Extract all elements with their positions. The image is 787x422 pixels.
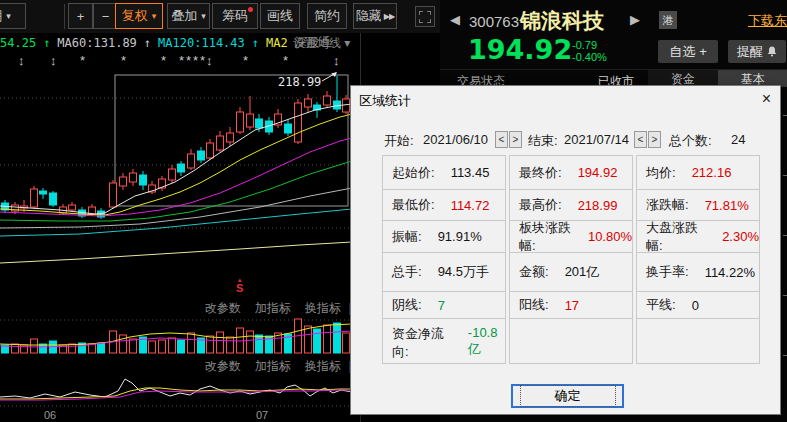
ma-label: MA60:131.89 [57, 36, 136, 50]
dialog-title: 区域统计 [359, 92, 411, 110]
draw-line-button[interactable]: 画线 [260, 3, 300, 29]
stat-label: 总手: [392, 263, 422, 281]
event-star-icon: * [186, 54, 191, 67]
stat-label: 阳线: [519, 296, 549, 314]
stat-label: 资金净流向: [392, 325, 452, 361]
end-date: 2021/07/14 [564, 132, 629, 147]
fuquan-button[interactable]: 复权▾ [115, 3, 163, 29]
add-watchlist-button[interactable]: 自选 + [658, 40, 718, 63]
chips-button[interactable]: 筹码 [212, 3, 258, 29]
event-star-icon: * [243, 54, 248, 67]
stat-cell: 最终价:194.92 [509, 155, 633, 190]
end-next-button[interactable]: > [648, 131, 661, 148]
next-stock-button[interactable]: ▶ [630, 12, 640, 27]
stat-label: 振幅: [392, 228, 422, 246]
pane-link[interactable]: 换指标 [305, 359, 341, 373]
ma-line [0, 209, 352, 236]
pane-link[interactable]: 改参数 [205, 359, 241, 373]
alert-button[interactable]: 提醒 [728, 40, 786, 63]
candle-body [256, 119, 263, 128]
ma-label: ↑ [252, 36, 259, 50]
volume-bar [98, 343, 105, 353]
ma-label: ↑ [43, 36, 50, 50]
stat-value: 114.22% [705, 265, 755, 280]
candle-body [295, 103, 302, 142]
start-next-button[interactable]: > [509, 131, 522, 148]
pane-link[interactable]: 换指标 [305, 301, 341, 315]
overlay-button[interactable]: 叠加▾ [167, 3, 210, 29]
ma-label: 54.25 [0, 36, 36, 50]
ok-button[interactable]: 确定 [511, 384, 624, 408]
caret-down-icon: ▾ [152, 11, 157, 21]
end-prev-button[interactable]: < [634, 131, 647, 148]
event-arrow-icon: ↕ [206, 54, 213, 67]
pane-link[interactable]: 加指标 [255, 301, 291, 315]
last-price: 194.92 [468, 34, 572, 65]
stat-label: 平线: [646, 296, 676, 314]
chart-toolbar: 期▾+−复权▾叠加▾筹码画线简约隐藏▶▶ [0, 0, 440, 33]
candle-body [188, 154, 195, 168]
fullscreen-icon [419, 11, 431, 23]
plus-icon: + [699, 44, 707, 59]
hide-button[interactable]: 隐藏▶▶ [353, 3, 397, 29]
volume-bar [31, 339, 38, 353]
stat-label: 换手率: [646, 263, 689, 281]
price-change: -0.79 -0.40% [572, 39, 607, 63]
download-link[interactable]: 下载东 [748, 12, 787, 30]
stat-label: 涨跌幅: [646, 196, 689, 214]
start-label: 开始: [384, 132, 414, 150]
volume-bar [69, 344, 76, 353]
stat-value: 212.16 [692, 165, 732, 180]
volume-bar [159, 340, 166, 353]
period-button[interactable]: 期▾ [0, 3, 26, 29]
stat-cell: 总手:94.5万手 [382, 252, 506, 292]
stat-cell: 阳线:17 [509, 291, 633, 319]
simple-button[interactable]: 简约 [307, 3, 347, 29]
event-star-icon: * [80, 54, 85, 67]
stat-label: 起始价: [392, 164, 435, 182]
volume-bar [334, 323, 341, 353]
price-axis-tick [783, 295, 787, 296]
candle-body [217, 136, 224, 150]
stat-label: 阴线: [392, 296, 422, 314]
stat-value: 7 [438, 298, 445, 313]
stat-cell: 涨跌幅:71.81% [636, 189, 760, 221]
stat-label: 最低价: [392, 196, 435, 214]
volume-bar [256, 335, 263, 353]
stock-name: 锦浪科技 [520, 7, 604, 35]
stat-cell: 起始价:113.45 [382, 155, 506, 190]
stat-cell: 均价:212.16 [636, 155, 760, 190]
volume-bar [130, 339, 137, 353]
pane-link[interactable]: 加指标 [255, 359, 291, 373]
stat-value: 201亿 [565, 263, 600, 281]
fullscreen-button[interactable] [415, 6, 435, 27]
count-label: 总个数: [669, 132, 712, 150]
set-ma-button[interactable]: 设置均线 ▾ [293, 35, 350, 52]
region-statistics-dialog: 区域统计 × 开始: 2021/06/10 < > 结束: 2021/07/14… [350, 85, 781, 415]
stat-value: 2.30% [722, 229, 759, 244]
stat-cell: 换手率:114.22% [636, 252, 760, 292]
event-star-icon: * [283, 54, 288, 67]
zoom-in-button[interactable]: + [68, 3, 93, 29]
event-star-icon: * [193, 54, 198, 67]
stat-value: 113.45 [451, 165, 490, 180]
event-star-icon: * [161, 54, 166, 67]
stat-label: 金额: [519, 263, 549, 281]
stat-cell: 金额:201亿 [509, 252, 633, 292]
start-prev-button[interactable]: < [495, 131, 508, 148]
ma-label: ↑ [144, 36, 151, 50]
close-icon[interactable]: × [762, 90, 771, 108]
high-price-label: 218.99 [278, 75, 321, 89]
prev-stock-button[interactable]: ◀ [450, 12, 460, 27]
start-date: 2021/06/10 [423, 132, 488, 147]
volume-bar [305, 326, 312, 353]
price-axis-tick [783, 355, 787, 356]
stat-cell: 最低价:114.72 [382, 189, 506, 221]
stat-label: 大盘涨跌幅: [646, 219, 706, 255]
candle-body [120, 177, 127, 186]
change-value: -0.79 [572, 39, 607, 51]
volume-bar [343, 333, 350, 353]
pane-link[interactable]: 改参数 [205, 301, 241, 315]
price-axis-tick [783, 115, 787, 116]
count-value: 24 [731, 132, 745, 147]
